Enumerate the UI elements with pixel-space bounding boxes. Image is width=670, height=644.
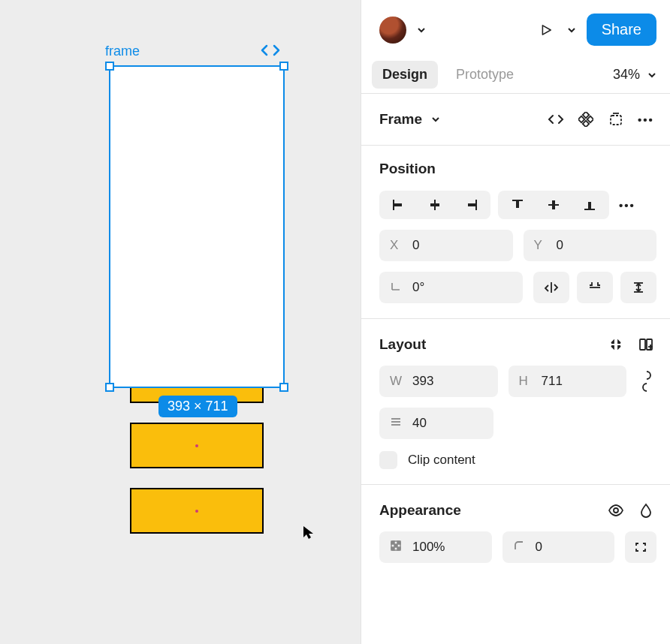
opacity-icon <box>390 540 403 555</box>
svg-rect-0 <box>583 112 589 118</box>
h-value: 711 <box>542 374 563 389</box>
svg-point-29 <box>614 508 618 513</box>
y-value: 0 <box>557 238 563 253</box>
resize-handle-br[interactable] <box>279 383 288 392</box>
section-frame: Frame ••• <box>361 94 670 146</box>
svg-rect-4 <box>611 116 621 125</box>
svg-rect-35 <box>397 547 400 550</box>
zoom-dropdown[interactable]: 34% <box>613 67 656 83</box>
clip-content-checkbox[interactable] <box>379 451 397 469</box>
top-row: Share <box>361 0 670 56</box>
w-value: 393 <box>412 374 433 389</box>
x-value: 0 <box>412 238 419 253</box>
layout-title: Layout <box>379 336 426 353</box>
radius-input[interactable]: 0 <box>502 531 615 563</box>
opacity-input[interactable]: 100% <box>379 531 492 563</box>
avatar[interactable] <box>379 17 406 44</box>
align-vertical-group <box>498 191 609 219</box>
frame-label[interactable]: frame <box>105 44 140 59</box>
tab-row: Design Prototype 34% <box>361 56 670 94</box>
inspector-panel: Share Design Prototype 34% Frame ••• <box>361 0 670 644</box>
tab-prototype[interactable]: Prototype <box>445 61 524 89</box>
align-horizontal-group <box>379 191 490 219</box>
svg-rect-34 <box>391 547 394 550</box>
section-icon[interactable] <box>605 109 626 130</box>
radius-icon <box>513 540 527 555</box>
devmode-icon[interactable] <box>260 43 281 61</box>
align-vcenter-button[interactable] <box>536 192 572 218</box>
x-input[interactable]: X 0 <box>379 230 513 261</box>
gap-input[interactable]: 40 <box>379 408 493 439</box>
flip-horizontal-button[interactable] <box>533 272 569 303</box>
height-input[interactable]: H 711 <box>509 366 627 397</box>
y-input[interactable]: Y 0 <box>524 230 657 261</box>
rotation-value: 0° <box>412 280 424 295</box>
svg-rect-3 <box>587 116 593 122</box>
align-more-icon[interactable]: ••• <box>617 194 638 215</box>
collapse-icon[interactable] <box>605 334 626 355</box>
rectangle-bar[interactable] <box>130 423 264 468</box>
section-appearance: Appearance 100% 0 <box>361 485 670 578</box>
canvas[interactable]: frame 393 × 711 <box>0 0 361 644</box>
svg-rect-23 <box>647 339 652 350</box>
angle-icon <box>390 280 403 296</box>
rotation-input[interactable]: 0° <box>379 272 523 303</box>
align-left-button[interactable] <box>381 192 417 218</box>
svg-rect-2 <box>578 116 584 122</box>
avatar-menu-chevron-icon[interactable] <box>414 21 429 38</box>
clip-content-label: Clip content <box>408 453 475 468</box>
y-label: Y <box>534 238 548 253</box>
cursor-icon <box>302 525 315 543</box>
radius-value: 0 <box>536 540 542 555</box>
distribute-button[interactable] <box>620 272 656 303</box>
section-layout: Layout W 393 H 711 40 <box>361 319 670 485</box>
x-label: X <box>390 238 403 253</box>
opacity-value: 100% <box>412 540 445 555</box>
w-label: W <box>390 374 403 389</box>
share-button[interactable]: Share <box>587 14 656 46</box>
rectangle-bar[interactable] <box>130 488 264 534</box>
section-position: Position ••• X 0 Y 0 <box>361 146 670 319</box>
visibility-icon[interactable] <box>605 500 626 521</box>
more-icon[interactable]: ••• <box>635 109 656 130</box>
link-dimensions-button[interactable] <box>637 366 656 397</box>
component-icon[interactable] <box>575 109 596 130</box>
gap-value: 40 <box>412 416 427 431</box>
independent-corners-button[interactable] <box>625 531 656 563</box>
appearance-title: Appearance <box>379 502 461 519</box>
frame-title[interactable]: Frame <box>379 111 422 128</box>
resize-handle-tr[interactable] <box>279 62 288 71</box>
flip-vertical-button[interactable] <box>577 272 613 303</box>
autolayout-add-icon[interactable] <box>635 334 656 355</box>
blend-mode-icon[interactable] <box>635 500 656 521</box>
present-button[interactable] <box>536 20 557 41</box>
width-input[interactable]: W 393 <box>379 366 498 397</box>
resize-handle-bl[interactable] <box>105 383 114 392</box>
align-hcenter-button[interactable] <box>417 192 453 218</box>
zoom-value: 34% <box>613 67 640 83</box>
chevron-down-icon[interactable] <box>431 116 440 122</box>
gap-icon <box>390 416 403 431</box>
position-title: Position <box>379 161 436 177</box>
align-bottom-button[interactable] <box>572 192 608 218</box>
present-options-chevron-icon[interactable] <box>564 21 579 38</box>
dimension-badge: 393 × 711 <box>158 396 237 417</box>
devmode-icon[interactable] <box>545 109 566 130</box>
align-right-button[interactable] <box>453 192 489 218</box>
tab-design[interactable]: Design <box>372 61 438 89</box>
h-label: H <box>519 374 533 389</box>
svg-rect-1 <box>583 121 589 127</box>
svg-rect-22 <box>640 339 645 350</box>
chevron-down-icon <box>647 72 656 78</box>
resize-handle-tl[interactable] <box>105 62 114 71</box>
align-top-button[interactable] <box>499 192 536 218</box>
selection-frame[interactable] <box>109 65 285 388</box>
